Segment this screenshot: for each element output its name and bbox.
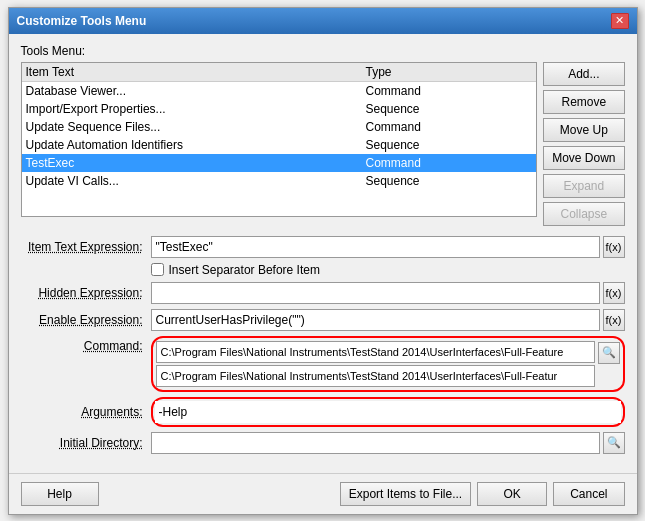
- arguments-row: Arguments:: [21, 397, 625, 427]
- arguments-label: Arguments:: [21, 405, 151, 419]
- insert-separator-checkbox[interactable]: [151, 263, 164, 276]
- enable-fx-button[interactable]: f(x): [603, 309, 625, 331]
- header-type: Type: [366, 65, 533, 79]
- initial-dir-field-group: 🔍: [151, 432, 625, 454]
- initial-dir-row: Initial Directory: 🔍: [21, 432, 625, 454]
- form-section: Item Text Expression: f(x) Insert Separa…: [21, 236, 625, 454]
- hidden-expression-input[interactable]: [151, 282, 600, 304]
- item-name: Database Viewer...: [26, 84, 366, 98]
- fx-icon: f(x): [606, 241, 622, 253]
- command-row: Command: 🔍: [21, 336, 625, 392]
- separator-checkbox-row: Insert Separator Before Item: [21, 263, 625, 277]
- move-down-button[interactable]: Move Down: [543, 146, 624, 170]
- item-text-label: Item Text Expression:: [21, 240, 151, 254]
- item-name: Update Automation Identifiers: [26, 138, 366, 152]
- initial-dir-input[interactable]: [151, 432, 600, 454]
- bottom-right-buttons: Export Items to File... OK Cancel: [340, 482, 625, 506]
- list-item[interactable]: Import/Export Properties... Sequence: [22, 100, 537, 118]
- command-input-1[interactable]: [156, 341, 595, 363]
- item-name: TestExec: [26, 156, 366, 170]
- enable-expression-label: Enable Expression:: [21, 313, 151, 327]
- expand-button[interactable]: Expand: [543, 174, 624, 198]
- hidden-fx-button[interactable]: f(x): [603, 282, 625, 304]
- ok-button[interactable]: OK: [477, 482, 547, 506]
- command-highlight: 🔍: [151, 336, 625, 392]
- initial-dir-label: Initial Directory:: [21, 436, 151, 450]
- list-item[interactable]: Database Viewer... Command: [22, 82, 537, 100]
- item-type: Command: [366, 84, 533, 98]
- hidden-expression-label: Hidden Expression:: [21, 286, 151, 300]
- item-name: Update VI Calls...: [26, 174, 366, 188]
- arguments-highlight: [151, 397, 625, 427]
- enable-expression-input[interactable]: [151, 309, 600, 331]
- tools-list-body[interactable]: Database Viewer... Command Import/Export…: [22, 82, 537, 213]
- item-text-fx-button[interactable]: f(x): [603, 236, 625, 258]
- item-text-field-group: f(x): [151, 236, 625, 258]
- fx-icon: f(x): [606, 314, 622, 326]
- header-item-text: Item Text: [26, 65, 366, 79]
- folder-icon: 🔍: [602, 346, 616, 359]
- cancel-button[interactable]: Cancel: [553, 482, 624, 506]
- command-folder-button[interactable]: 🔍: [598, 342, 620, 364]
- move-up-button[interactable]: Move Up: [543, 118, 624, 142]
- command-inputs: [156, 341, 595, 387]
- folder-search-icon: 🔍: [607, 436, 621, 449]
- list-item[interactable]: Update Sequence Files... Command: [22, 118, 537, 136]
- list-item[interactable]: Update Automation Identifiers Sequence: [22, 136, 537, 154]
- insert-separator-label: Insert Separator Before Item: [169, 263, 320, 277]
- item-text-input[interactable]: [151, 236, 600, 258]
- command-label: Command:: [21, 336, 151, 353]
- export-button[interactable]: Export Items to File...: [340, 482, 471, 506]
- tools-list-header: Item Text Type: [22, 63, 537, 82]
- title-bar: Customize Tools Menu ✕: [9, 8, 637, 34]
- item-text-row: Item Text Expression: f(x): [21, 236, 625, 258]
- command-input-2[interactable]: [156, 365, 595, 387]
- close-button[interactable]: ✕: [611, 13, 629, 29]
- item-type: Command: [366, 156, 533, 170]
- list-action-buttons: Add... Remove Move Up Move Down Expand C…: [543, 62, 624, 226]
- initial-dir-folder-button[interactable]: 🔍: [603, 432, 625, 454]
- dialog-body: Tools Menu: Item Text Type Database View…: [9, 34, 637, 469]
- list-item-selected[interactable]: TestExec Command: [22, 154, 537, 172]
- customize-tools-dialog: Customize Tools Menu ✕ Tools Menu: Item …: [8, 7, 638, 515]
- fx-icon: f(x): [606, 287, 622, 299]
- item-type: Sequence: [366, 102, 533, 116]
- item-name: Update Sequence Files...: [26, 120, 366, 134]
- hidden-expression-field-group: f(x): [151, 282, 625, 304]
- remove-button[interactable]: Remove: [543, 90, 624, 114]
- collapse-button[interactable]: Collapse: [543, 202, 624, 226]
- help-button[interactable]: Help: [21, 482, 99, 506]
- enable-expression-field-group: f(x): [151, 309, 625, 331]
- item-type: Command: [366, 120, 533, 134]
- item-type: Sequence: [366, 138, 533, 152]
- tools-menu-label: Tools Menu:: [21, 44, 625, 58]
- arguments-input[interactable]: [155, 401, 621, 423]
- list-item[interactable]: Update VI Calls... Sequence: [22, 172, 537, 190]
- enable-expression-row: Enable Expression: f(x): [21, 309, 625, 331]
- tools-list-container: Item Text Type Database Viewer... Comman…: [21, 62, 538, 217]
- add-button[interactable]: Add...: [543, 62, 624, 86]
- bottom-bar: Help Export Items to File... OK Cancel: [9, 473, 637, 514]
- hidden-expression-row: Hidden Expression: f(x): [21, 282, 625, 304]
- dialog-title: Customize Tools Menu: [17, 14, 147, 28]
- tools-menu-section: Item Text Type Database Viewer... Comman…: [21, 62, 625, 226]
- item-type: Sequence: [366, 174, 533, 188]
- item-name: Import/Export Properties...: [26, 102, 366, 116]
